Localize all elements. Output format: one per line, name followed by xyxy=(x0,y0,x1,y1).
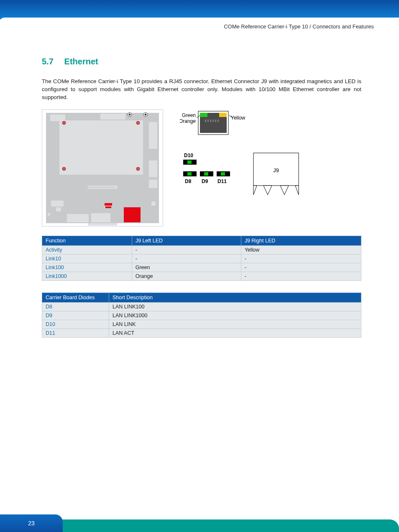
svg-rect-48 xyxy=(205,120,206,122)
svg-rect-10 xyxy=(51,201,64,206)
svg-rect-53 xyxy=(217,120,219,122)
table-row: Activity - Yellow xyxy=(42,246,361,255)
section-title: Ethernet xyxy=(64,57,98,66)
svg-rect-47 xyxy=(219,113,227,117)
t1-cell: Link100 xyxy=(42,263,132,272)
t1-cell: - xyxy=(132,246,241,255)
svg-rect-43 xyxy=(88,223,117,226)
svg-rect-14 xyxy=(91,213,110,222)
svg-rect-57 xyxy=(187,160,192,164)
svg-point-38 xyxy=(145,114,147,116)
svg-rect-29 xyxy=(110,186,111,188)
t2-cell: LAN LINK100 xyxy=(109,303,361,311)
table-row: D9 LAN LINK1000 xyxy=(42,311,361,320)
svg-rect-12 xyxy=(48,213,50,216)
footer: 23 xyxy=(0,514,399,532)
svg-rect-30 xyxy=(112,186,113,188)
svg-rect-19 xyxy=(94,186,95,188)
svg-rect-52 xyxy=(215,120,216,122)
d11-label: D11 xyxy=(217,178,227,184)
svg-rect-61 xyxy=(204,172,208,176)
svg-rect-22 xyxy=(99,186,100,188)
t1-cell: Yellow xyxy=(241,246,361,255)
svg-rect-4 xyxy=(100,114,125,120)
svg-rect-17 xyxy=(90,186,91,188)
svg-rect-59 xyxy=(187,172,192,176)
table-row: D10 LAN LINK xyxy=(42,320,361,329)
table-row: Link1000 Orange - xyxy=(42,272,361,281)
svg-rect-9 xyxy=(151,201,156,206)
t1-cell: Green xyxy=(132,263,241,272)
section-number: 5.7 xyxy=(42,57,62,66)
j9-led-table: Function J9 Left LED J9 Right LED Activi… xyxy=(42,236,361,281)
t1-cell: - xyxy=(132,255,241,263)
t1-h3: J9 Right LED xyxy=(241,236,361,246)
svg-rect-33 xyxy=(105,203,112,206)
t2-cell: D9 xyxy=(42,311,109,320)
top-header-band xyxy=(0,0,399,19)
svg-rect-63 xyxy=(221,172,225,176)
svg-rect-26 xyxy=(105,186,106,188)
rj45-left-led-bottom-label: Orange xyxy=(180,118,196,124)
svg-rect-16 xyxy=(89,186,90,188)
rj45-left-led-top-label: Green xyxy=(182,112,196,118)
t1-cell: - xyxy=(241,255,361,263)
diodes-table: Carrier Board Diodes Short Description D… xyxy=(42,293,361,338)
svg-rect-11 xyxy=(56,207,61,211)
svg-rect-3 xyxy=(50,115,65,121)
svg-rect-50 xyxy=(210,120,211,122)
table-row: D8 LAN LINK100 xyxy=(42,303,361,311)
svg-rect-24 xyxy=(102,186,103,188)
svg-rect-28 xyxy=(109,186,110,188)
svg-rect-5 xyxy=(67,151,75,168)
d10-label: D10 xyxy=(184,153,193,158)
t1-cell: - xyxy=(241,263,361,272)
figures-row: Green Orange Yellow D10 xyxy=(42,109,361,227)
svg-rect-32 xyxy=(124,207,141,222)
t2-cell: LAN ACT xyxy=(109,329,361,338)
svg-rect-34 xyxy=(105,206,111,208)
t1-cell: Orange xyxy=(132,272,241,281)
svg-point-42 xyxy=(136,167,140,171)
svg-rect-51 xyxy=(212,120,214,122)
svg-rect-31 xyxy=(114,186,115,188)
t2-cell: D11 xyxy=(42,329,109,338)
svg-rect-6 xyxy=(149,122,157,149)
svg-rect-7 xyxy=(149,160,157,177)
svg-point-39 xyxy=(62,121,66,125)
section-heading: 5.7 Ethernet xyxy=(42,57,361,66)
rj45-right-led-label: Yellow xyxy=(231,115,246,121)
svg-rect-21 xyxy=(97,186,98,188)
t1-h2: J9 Left LED xyxy=(132,236,241,246)
j9-connector-figure: J9 xyxy=(251,151,301,197)
t1-cell: Link10 xyxy=(42,255,132,263)
t1-cell: Activity xyxy=(42,246,132,255)
t2-h1: Carrier Board Diodes xyxy=(42,293,109,303)
t1-cell: - xyxy=(241,272,361,281)
svg-rect-49 xyxy=(207,120,209,122)
rj45-front-figure: Green Orange Yellow xyxy=(180,109,263,139)
table-row: Link10 - - xyxy=(42,255,361,263)
diodes-figure: D10 D8 D9 D11 xyxy=(180,151,238,197)
section-paragraph: The COMe Reference Carrier-i Type 10 pro… xyxy=(42,77,361,101)
page-number: 23 xyxy=(0,514,63,532)
svg-rect-18 xyxy=(92,186,93,188)
svg-rect-25 xyxy=(104,186,105,188)
svg-rect-8 xyxy=(149,180,157,188)
d8-label: D8 xyxy=(185,178,192,184)
t2-cell: LAN LINK1000 xyxy=(109,311,361,320)
t2-cell: LAN LINK xyxy=(109,320,361,329)
j9-label: J9 xyxy=(273,167,279,173)
breadcrumb: COMe Reference Carrier-i Type 10 / Conne… xyxy=(224,23,374,30)
svg-rect-13 xyxy=(67,214,89,222)
t1-cell: Link1000 xyxy=(42,272,132,281)
svg-point-41 xyxy=(62,167,66,171)
table-row: D11 LAN ACT xyxy=(42,329,361,338)
t2-h2: Short Description xyxy=(109,293,361,303)
table-row: Link100 Green - xyxy=(42,263,361,272)
svg-rect-27 xyxy=(107,186,108,188)
t2-cell: D10 xyxy=(42,320,109,329)
t1-h1: Function xyxy=(42,236,132,246)
t2-cell: D8 xyxy=(42,303,109,311)
svg-rect-46 xyxy=(200,113,207,117)
